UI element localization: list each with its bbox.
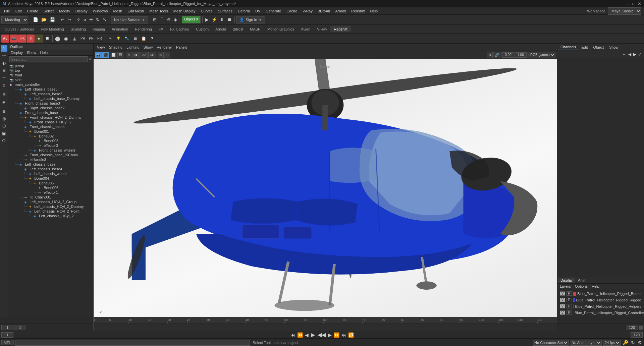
fluid-tool[interactable]: ⌀: [1, 82, 7, 89]
outliner-item[interactable]: 📷top: [8, 68, 93, 73]
shading-wire-btn[interactable]: ⬜: [110, 52, 117, 58]
menu-item-windows[interactable]: Windows: [90, 8, 111, 14]
rs-icon5[interactable]: 🔲: [43, 35, 51, 43]
no-anim-layer[interactable]: No Anim Layer: [570, 340, 602, 346]
next-frame-btn[interactable]: ▶: [327, 332, 332, 338]
timeline-ruler[interactable]: 1510152025303540455055606570758085909510…: [94, 317, 557, 324]
rv-icon[interactable]: RV: [1, 35, 9, 43]
vp-panels-menu[interactable]: Panels: [174, 45, 190, 50]
layer-visibility-p[interactable]: P: [567, 304, 572, 308]
outliner-item[interactable]: └─◈Left_chassis_HCyl_2: [8, 214, 93, 218]
save-file-icon[interactable]: 💾: [49, 16, 56, 23]
light-btn[interactable]: ☀: [126, 52, 132, 58]
pivot-tool[interactable]: ◎: [1, 115, 7, 122]
gamma-select[interactable]: sRGB gamma: [527, 52, 555, 58]
sign-in-btn[interactable]: 👤 Sign In ▼: [236, 16, 265, 23]
layer-visibility-p[interactable]: P: [567, 310, 572, 315]
pause-icon[interactable]: ⏸: [219, 16, 225, 23]
rs-icon7[interactable]: ◭: [70, 35, 78, 43]
menu-item-surfaces[interactable]: Surfaces: [215, 8, 235, 14]
menu-item-generate[interactable]: Generate: [263, 8, 284, 14]
rotate-icon[interactable]: ↻: [95, 16, 101, 23]
rs-icon4[interactable]: ◆: [35, 35, 43, 43]
search-dropdown[interactable]: ▼: [88, 57, 92, 61]
redo-icon[interactable]: ↪: [66, 16, 72, 23]
ch-icon1[interactable]: ↔: [621, 52, 627, 57]
outliner-item[interactable]: └─◈Left_chassis_HCyl_2_Point: [8, 209, 93, 214]
layer-visibility-p[interactable]: P: [567, 291, 572, 296]
ch-icon2[interactable]: ◀: [627, 52, 632, 57]
ipr-icon[interactable]: ⚡: [211, 16, 218, 23]
module-tab-arnold[interactable]: Arnold: [212, 26, 229, 32]
module-tab-rendering[interactable]: Rendering: [131, 26, 155, 32]
render-tool[interactable]: ▣: [1, 130, 7, 137]
prev-key-btn[interactable]: ⏪: [297, 332, 304, 338]
workspace-dropdown[interactable]: Modeling: [1, 16, 28, 23]
outliner-item[interactable]: └─⊸effector3: [8, 143, 93, 148]
rs-icon9[interactable]: PR: [87, 35, 95, 43]
snap-tool[interactable]: ⊕: [1, 108, 7, 115]
sub-frame-input[interactable]: [14, 325, 26, 330]
next-key-btn[interactable]: ⏩: [333, 332, 340, 338]
outliner-item[interactable]: └─⊸effector1: [8, 190, 93, 195]
layer-visibility-p[interactable]: P: [567, 298, 572, 302]
menu-item-edit-mesh[interactable]: Edit Mesh: [125, 8, 147, 14]
module-tab-fx-caching[interactable]: FX Caching: [167, 26, 193, 32]
display-tab[interactable]: Display: [558, 278, 575, 283]
menu-item-select[interactable]: Select: [41, 8, 57, 14]
grid-toggle-btn[interactable]: ⊞: [158, 52, 164, 58]
search-input[interactable]: [9, 56, 88, 62]
viewport-canvas[interactable]: Symet ↙: [94, 59, 557, 317]
module-tab-redshift[interactable]: Redshift: [330, 26, 351, 32]
snap-surface-icon[interactable]: ◈: [173, 16, 178, 23]
torus-icon[interactable]: ◉: [62, 35, 70, 43]
vp-shading-menu[interactable]: Shading: [107, 45, 124, 50]
object-tab[interactable]: Object: [590, 45, 606, 50]
layer-visibility-v[interactable]: V: [560, 310, 565, 315]
menu-item-curves[interactable]: Curves: [198, 8, 215, 14]
fps-select[interactable]: 24 fps: [603, 340, 621, 346]
shadow-btn[interactable]: ◑: [132, 52, 139, 58]
module-tab-poly-modeling[interactable]: Poly Modeling: [37, 26, 67, 32]
outliner-item[interactable]: 📷side: [8, 77, 93, 82]
outliner-item[interactable]: └─◈Left_chassis_HCyl_2_Group: [8, 199, 93, 204]
outliner-item[interactable]: └─✦Front_chassis_HCyl_2_Dummy: [8, 115, 93, 120]
new-file-icon[interactable]: 📄: [32, 16, 39, 23]
outliner-item[interactable]: └─◈Left_chassis_base: [8, 162, 93, 167]
outliner-item[interactable]: └─◈Right_chassis_base3: [8, 101, 93, 106]
layers-tab[interactable]: Layers: [558, 284, 573, 289]
rs-icon10[interactable]: PR: [96, 35, 104, 43]
menu-item-modify[interactable]: Modify: [56, 8, 72, 14]
paint-tool[interactable]: ✏: [1, 52, 7, 59]
menu-item-edit[interactable]: Edit: [13, 8, 24, 14]
outliner-item[interactable]: └─✦Bone004: [8, 176, 93, 181]
mel-input[interactable]: [15, 340, 250, 346]
outliner-item[interactable]: └─⊸IkHandle3: [8, 157, 93, 162]
anim-tool[interactable]: ⏱: [1, 137, 7, 144]
object-x-btn[interactable]: Object X: [182, 16, 201, 23]
outliner-item[interactable]: └─◈Front_chassis_wheels: [8, 148, 93, 153]
menu-item-mesh[interactable]: Mesh: [110, 8, 125, 14]
help-icon[interactable]: ?: [148, 35, 156, 43]
module-tab-fx[interactable]: FX: [155, 26, 167, 32]
hud-btn[interactable]: ⊟: [164, 52, 170, 58]
snap-grid-icon[interactable]: ⊞: [152, 16, 158, 23]
sphere-icon[interactable]: ⬤: [54, 35, 62, 43]
outliner-item[interactable]: └─⊸Front_chassis_base_IKChain: [8, 153, 93, 157]
layer-item[interactable]: V P Blue_Patrol_Helicopter_Rigged_Helper…: [558, 303, 643, 309]
undo-icon[interactable]: ↩: [60, 16, 65, 23]
snap-point-icon[interactable]: ⊕: [166, 16, 172, 23]
tool3[interactable]: ◈: [1, 99, 7, 105]
channels-tab[interactable]: Channels: [558, 44, 579, 50]
outliner-item[interactable]: └─◈Left_chassis_base_Dummy: [8, 96, 93, 101]
menu-item-3dtoall[interactable]: 3DtoAll: [315, 8, 332, 14]
open-file-icon[interactable]: 📂: [40, 16, 48, 23]
menu-item-v-ray[interactable]: V-Ray: [300, 8, 315, 14]
menu-item-cache[interactable]: Cache: [284, 8, 300, 14]
vp-lighting-menu[interactable]: Lighting: [124, 45, 142, 50]
go-start-btn[interactable]: ⏮: [290, 332, 296, 338]
ipr-icon2[interactable]: IPR: [18, 35, 26, 43]
module-tab-animation[interactable]: Animation: [108, 26, 131, 32]
menu-item-mesh-tools[interactable]: Mesh Tools: [147, 8, 170, 14]
scale-icon[interactable]: ⤡: [102, 16, 107, 23]
